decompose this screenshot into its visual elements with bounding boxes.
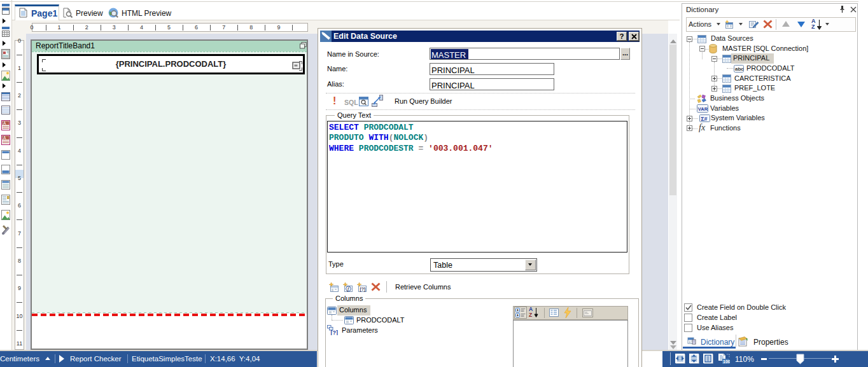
svg-text:VAR: VAR (698, 106, 708, 112)
svg-text:Σ#: Σ# (701, 116, 707, 122)
svg-text:100: 100 (723, 359, 730, 364)
svg-text:abc: abc (735, 66, 744, 72)
svg-text:A: A (3, 135, 6, 140)
svg-text:A: A (3, 121, 6, 125)
svg-text:[?]: [?] (331, 329, 339, 336)
svg-text:[?]: [?] (360, 287, 366, 292)
